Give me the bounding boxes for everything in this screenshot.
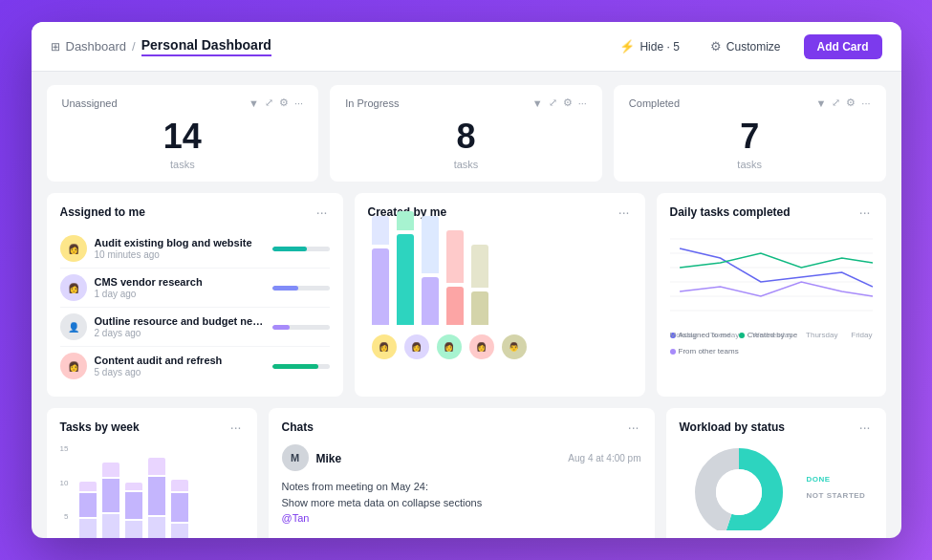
week-bar-0-bot bbox=[79, 519, 97, 538]
add-card-button[interactable]: Add Card bbox=[804, 34, 882, 59]
y-label-15: 15 bbox=[60, 444, 69, 453]
chat-message-body: Notes from meeting on May 24: Show more … bbox=[282, 479, 641, 527]
task-time-2: 1 day ago bbox=[95, 289, 265, 299]
stats-row: Unassigned ▼ ⤢ ⚙ ··· 14 tasks In Progres… bbox=[47, 85, 886, 182]
breadcrumb-current: Personal Dashboard bbox=[141, 37, 271, 56]
task-progress-bar-4 bbox=[272, 364, 330, 369]
task-info-4: Content audit and refresh 5 days ago bbox=[95, 355, 265, 377]
task-progress-fill-1 bbox=[272, 247, 307, 251]
chats-more-button[interactable]: ··· bbox=[626, 420, 641, 435]
week-bar-2-mid bbox=[125, 492, 142, 519]
svg-point-8 bbox=[716, 469, 762, 515]
chat-message-line2: Show more meta data on collapse sections bbox=[282, 495, 641, 511]
expand-icon-unassigned[interactable]: ⤢ bbox=[265, 97, 273, 109]
assigned-to-me-card: Assigned to me ··· 👩 Audit existing blog… bbox=[47, 193, 343, 397]
top-bar: ⊞ Dashboard / Personal Dashboard ⚡ Hide … bbox=[32, 22, 901, 72]
task-item-2[interactable]: 👩 CMS vendor research 1 day ago bbox=[60, 269, 330, 308]
task-info-1: Audit existing blog and website 10 minut… bbox=[95, 237, 265, 260]
breadcrumb-root[interactable]: Dashboard bbox=[66, 39, 127, 54]
daily-more-button[interactable]: ··· bbox=[857, 205, 873, 220]
donut-label-done: DONE bbox=[807, 475, 866, 484]
created-more-button[interactable]: ··· bbox=[617, 205, 632, 220]
filter-icon-completed[interactable]: ▼ bbox=[815, 97, 826, 109]
bar-4-seg1 bbox=[471, 291, 488, 325]
breadcrumb: ⊞ Dashboard / Personal Dashboard bbox=[51, 37, 271, 56]
x-label-tuesday: Tuesday bbox=[710, 331, 739, 339]
completed-stat-card: Completed ▼ ⤢ ⚙ ··· 7 tasks bbox=[614, 85, 886, 182]
tasks-week-bars bbox=[79, 452, 188, 538]
task-item-4[interactable]: 👩 Content audit and refresh 5 days ago bbox=[60, 347, 330, 385]
filter-icon-inprogress[interactable]: ▼ bbox=[532, 97, 543, 109]
settings-icon-inprogress[interactable]: ⚙ bbox=[563, 97, 573, 109]
week-bar-3-mid bbox=[148, 477, 165, 515]
week-bar-3-top bbox=[148, 458, 165, 475]
tasks-week-y-axis: 15 10 5 bbox=[60, 444, 73, 521]
filter-icon-unassigned[interactable]: ▼ bbox=[249, 97, 259, 109]
customize-label: Customize bbox=[726, 40, 781, 54]
legend-dot-other bbox=[670, 349, 676, 355]
workload-card: Workload by status ··· DONE bbox=[666, 408, 886, 538]
bar-1-seg1 bbox=[397, 234, 414, 325]
done-label: DONE bbox=[807, 475, 866, 484]
unassigned-stat-card: Unassigned ▼ ⤢ ⚙ ··· 14 tasks bbox=[47, 85, 319, 182]
daily-line-chart: Monday Tuesday Wednesday Thursday Friday bbox=[670, 229, 873, 325]
tasks-week-title: Tasks by week bbox=[60, 420, 140, 434]
more-icon-unassigned[interactable]: ··· bbox=[294, 97, 303, 109]
more-icon-completed[interactable]: ··· bbox=[861, 97, 870, 109]
task-progress-bar-1 bbox=[272, 247, 330, 251]
task-item-3[interactable]: 👤 Outline resource and budget needs 2 da… bbox=[60, 308, 330, 347]
completed-label: Completed bbox=[629, 97, 680, 109]
created-avatar-0: 👩 bbox=[372, 334, 397, 359]
daily-title: Daily tasks completed bbox=[670, 205, 791, 219]
chat-sender-avatar: M bbox=[282, 444, 309, 471]
chat-date: Aug 4 at 4:00 pm bbox=[568, 453, 640, 463]
week-bar-4-top bbox=[171, 480, 188, 491]
x-label-friday: Friday bbox=[851, 331, 872, 339]
expand-icon-inprogress[interactable]: ⤢ bbox=[549, 97, 557, 109]
created-avatar-3: 👩 bbox=[469, 334, 494, 359]
more-icon-inprogress[interactable]: ··· bbox=[578, 97, 587, 109]
legend-label-other: From other teams bbox=[679, 347, 739, 355]
bar-group-0 bbox=[372, 216, 389, 325]
x-label-wednesday: Wednesday bbox=[752, 331, 792, 339]
bar-3-seg1 bbox=[446, 287, 464, 325]
week-bar-3-bot bbox=[148, 517, 165, 538]
bar-group-4 bbox=[471, 245, 488, 325]
tasks-by-week-card: Tasks by week ··· 15 10 5 bbox=[47, 408, 257, 538]
unassigned-count: 14 bbox=[62, 117, 304, 157]
chats-title: Chats bbox=[282, 420, 314, 434]
not-started-label: NOT STARTED bbox=[807, 491, 866, 500]
gear-icon: ⚙ bbox=[710, 39, 722, 54]
task-progress-bar-2 bbox=[272, 286, 330, 291]
bar-2-seg2 bbox=[422, 216, 439, 273]
completed-subtitle: tasks bbox=[629, 159, 871, 170]
task-avatar-4: 👩 bbox=[60, 353, 87, 379]
hide-label: Hide · 5 bbox=[639, 40, 679, 54]
workload-more-button[interactable]: ··· bbox=[857, 420, 873, 435]
week-bar-0-top bbox=[79, 482, 97, 491]
chat-mention[interactable]: @Tan bbox=[282, 510, 641, 527]
chat-message-line1: Notes from meeting on May 24: bbox=[282, 479, 641, 495]
week-bar-2-top bbox=[125, 483, 142, 490]
expand-icon-completed[interactable]: ⤢ bbox=[832, 97, 840, 109]
task-avatar-2: 👩 bbox=[60, 274, 87, 301]
bar-group-2 bbox=[422, 216, 439, 325]
task-progress-fill-3 bbox=[272, 325, 290, 330]
customize-button[interactable]: ⚙ Customize bbox=[703, 35, 789, 57]
settings-icon-completed[interactable]: ⚙ bbox=[846, 97, 856, 109]
bar-4-seg2 bbox=[471, 245, 488, 288]
task-time-4: 5 days ago bbox=[95, 367, 265, 377]
task-name-1: Audit existing blog and website bbox=[95, 237, 265, 248]
tasks-week-more-button[interactable]: ··· bbox=[228, 420, 244, 435]
chat-message-header: M Mike Aug 4 at 4:00 pm bbox=[282, 444, 641, 471]
task-item-1[interactable]: 👩 Audit existing blog and website 10 min… bbox=[60, 229, 330, 269]
task-time-3: 2 days ago bbox=[95, 328, 265, 338]
hide-button[interactable]: ⚡ Hide · 5 bbox=[612, 35, 686, 57]
settings-icon-unassigned[interactable]: ⚙ bbox=[279, 97, 289, 109]
in-progress-label: In Progress bbox=[345, 97, 399, 109]
week-bar-col-4 bbox=[171, 480, 188, 538]
created-avatar-row: 👩 👩 👩 👩 👨 bbox=[368, 334, 632, 359]
week-bar-col-1 bbox=[102, 463, 119, 538]
assigned-more-button[interactable]: ··· bbox=[314, 205, 330, 220]
tasks-week-chart-area: 15 10 5 bbox=[60, 444, 244, 538]
